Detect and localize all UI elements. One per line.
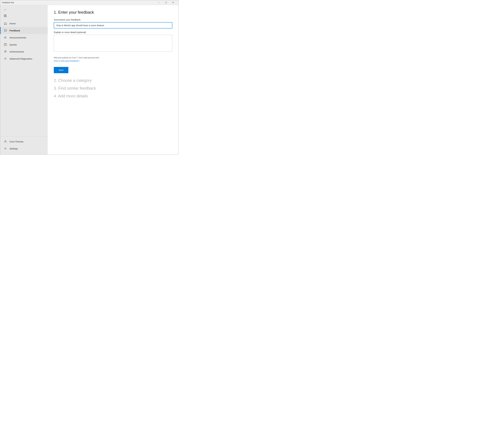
sidebar-item-feedback[interactable]: Feedback <box>0 27 48 34</box>
summarize-label: Summarize your feedback <box>54 18 172 21</box>
sidebar-top: ← <box>0 5 48 13</box>
step3-title: 3. Find similar feedback <box>54 86 172 91</box>
sidebar-bottom: Cora Thomas Settings <box>0 137 48 153</box>
sidebar-item-user[interactable]: Cora Thomas <box>0 138 48 145</box>
announcements-icon <box>4 36 7 39</box>
detail-group: Explain in more detail (optional) <box>54 31 172 54</box>
sidebar-item-quests[interactable]: Quests <box>0 41 48 48</box>
advanced-diagnostics-icon <box>4 57 7 60</box>
sidebar: ← Home <box>0 5 48 155</box>
privacy-note: Will post publicly as Cora T. Don't add … <box>54 57 172 59</box>
sidebar-item-home-label: Home <box>10 22 16 25</box>
sidebar-item-announcements[interactable]: Announcements <box>0 34 48 41</box>
user-icon <box>4 140 7 143</box>
feedback-link[interactable]: How to write good feedback? <box>54 60 80 62</box>
titlebar: Feedback Hub – ☐ ✕ <box>0 0 178 5</box>
settings-icon <box>4 147 7 150</box>
summarize-input[interactable] <box>54 22 172 29</box>
summarize-group: Summarize your feedback <box>54 18 172 29</box>
quests-icon <box>4 43 7 46</box>
step1-title: 1. Enter your feedback <box>54 10 172 15</box>
sidebar-item-home[interactable]: Home <box>0 20 48 27</box>
sidebar-item-achievements[interactable]: Achievements <box>0 48 48 55</box>
detail-textarea[interactable] <box>54 35 172 52</box>
back-button[interactable]: ← <box>3 7 8 12</box>
window-controls: – ☐ ✕ <box>155 0 177 5</box>
svg-point-3 <box>5 148 6 149</box>
step4-title: 4. Add more details <box>54 94 172 99</box>
feedback-icon <box>4 29 7 32</box>
sidebar-item-quests-label: Quests <box>10 43 17 46</box>
maximize-button[interactable]: ☐ <box>163 0 170 5</box>
next-button[interactable]: Next <box>54 67 68 73</box>
minimize-button[interactable]: – <box>155 0 163 5</box>
sidebar-item-announcements-label: Announcements <box>10 36 26 39</box>
achievements-icon <box>4 50 7 53</box>
sidebar-nav: Home Feedback <box>0 19 48 137</box>
hamburger-icon <box>4 17 7 17</box>
main-content: 1. Enter your feedback Summarize your fe… <box>48 5 178 155</box>
app-title: Feedback Hub <box>2 1 14 4</box>
sidebar-item-advanced-diagnostics[interactable]: Advanced Diagnostics <box>0 55 48 62</box>
app-body: ← Home <box>0 5 178 155</box>
sidebar-item-settings-label: Settings <box>10 147 18 150</box>
sidebar-item-settings[interactable]: Settings <box>0 145 48 152</box>
detail-label: Explain in more detail (optional) <box>54 31 172 34</box>
svg-point-2 <box>5 140 6 142</box>
home-icon <box>4 22 7 25</box>
close-button[interactable]: ✕ <box>170 0 177 5</box>
sidebar-item-advanced-diagnostics-label: Advanced Diagnostics <box>10 57 32 60</box>
svg-point-1 <box>5 58 6 59</box>
sidebar-item-feedback-label: Feedback <box>10 29 20 32</box>
step2-title: 2. Choose a category <box>54 78 172 83</box>
hamburger-button[interactable] <box>3 14 7 18</box>
hamburger-icon <box>4 16 7 16</box>
svg-rect-0 <box>4 44 7 46</box>
sidebar-item-achievements-label: Achievements <box>10 50 24 53</box>
hamburger-icon <box>4 15 7 15</box>
sidebar-item-user-label: Cora Thomas <box>10 140 23 143</box>
